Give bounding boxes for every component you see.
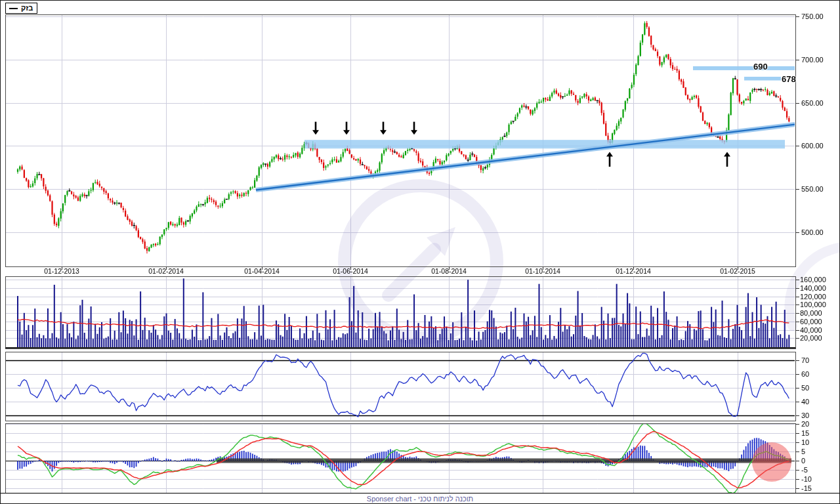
rsi-axis-tick-label: 50 (801, 384, 809, 392)
line-sample-icon (9, 8, 18, 9)
volume-axis-tick-label: 60,000 (800, 318, 822, 326)
date-axis-tick-label: 01-02-2014 (143, 267, 189, 275)
macd-axis-tick-label: -15 (801, 484, 812, 492)
date-axis-tick-label: 01-06-2014 (327, 267, 373, 275)
legend-symbol-label: בזק (21, 4, 33, 12)
macd-axis-tick-label: 15 (801, 429, 809, 437)
date-axis-tick-label: 01-08-2014 (426, 267, 472, 275)
price-axis-tick-label: 750.00 (801, 12, 824, 20)
price-axis-tick-label: 600.00 (801, 142, 824, 150)
date-axis-tick-label: 01-12-2013 (39, 267, 85, 275)
volume-axis-tick-label: 140,000 (800, 284, 826, 292)
price-axis-tick-label: 550.00 (801, 185, 824, 193)
footer-text: Sponser chart - תוכנה לניתוח טכני (367, 495, 473, 503)
macd-axis-tick-label: 5 (801, 448, 805, 455)
volume-axis-tick-label: 40,000 (800, 326, 822, 334)
rsi-axis-tick-label: 30 (801, 411, 809, 419)
volume-axis-tick-label: 100,000 (800, 301, 826, 308)
volume-axis-tick-label: 80,000 (800, 309, 822, 317)
footer: Sponser chart - תוכנה לניתוח טכני (0, 493, 840, 504)
macd-axis-tick-label: -10 (801, 475, 812, 483)
rsi-axis-tick-label: 40 (801, 398, 809, 406)
macd-axis-tick-label: 10 (801, 438, 809, 446)
volume-axis-tick-label: 20,000 (800, 334, 822, 342)
price-axis-tick-label: 700.00 (801, 56, 824, 64)
date-axis-tick-label: 01-04-2014 (239, 267, 285, 275)
date-axis-tick-label: 01-02-2015 (715, 267, 761, 275)
macd-axis-tick-label: 0 (801, 457, 805, 465)
rsi-axis-tick-label: 70 (801, 356, 809, 364)
date-axis-tick-label: 01-10-2014 (520, 267, 566, 275)
chart-canvas[interactable] (0, 0, 840, 504)
rsi-axis-tick-label: 60 (801, 370, 809, 378)
chart-window: בזק 690 678 750.00700.00650.00600.00550.… (0, 0, 840, 504)
date-axis-tick-label: 01-12-2014 (610, 267, 656, 275)
resistance-690-label: 690 (753, 62, 768, 72)
macd-axis-tick-label: -5 (801, 466, 808, 474)
legend-box[interactable]: בזק (5, 3, 37, 14)
price-axis-tick-label: 500.00 (801, 228, 824, 236)
resistance-678-label: 678 (782, 74, 796, 84)
volume-axis-tick-label: 160,000 (800, 276, 826, 284)
price-axis-tick-label: 650.00 (801, 99, 824, 107)
volume-axis-tick-label: 120,000 (800, 293, 826, 301)
macd-axis-tick-label: 20 (801, 420, 809, 428)
